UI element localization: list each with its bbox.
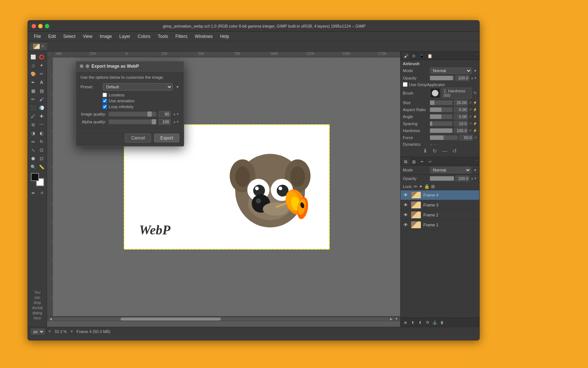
checkboxes-section: Lossless Use animation Loop infinitely: [103, 93, 179, 109]
loop-infinitely-checkbox[interactable]: [103, 105, 107, 109]
image-quality-slider[interactable]: [108, 112, 157, 117]
export-dialog: Export Image as WebP Use the options bel…: [76, 61, 184, 146]
dialog-body: Use the options below to customize the i…: [76, 71, 184, 130]
dialog-min-btn[interactable]: [86, 64, 89, 68]
alpha-quality-row: Alpha quality: 100 ▲▼: [80, 119, 179, 125]
image-quality-row: Image quality: 90 ▲▼: [80, 111, 179, 117]
use-animation-checkbox[interactable]: [103, 99, 107, 103]
dialog-close-btn[interactable]: [80, 64, 83, 68]
preset-dropdown-icon: ▼: [176, 85, 179, 89]
cancel-button[interactable]: Cancel: [125, 134, 151, 142]
use-animation-row: Use animation: [103, 99, 179, 103]
loop-infinitely-row: Loop infinitely: [103, 105, 179, 109]
dialog-titlebar: Export Image as WebP: [76, 61, 184, 71]
lossless-row: Lossless: [103, 93, 179, 97]
use-animation-label: Use animation: [109, 99, 135, 103]
preset-select[interactable]: Default: [103, 83, 173, 91]
alpha-quality-arrows[interactable]: ▲▼: [173, 120, 179, 124]
loop-infinitely-label: Loop infinitely: [109, 105, 133, 109]
lossless-label: Lossless: [109, 93, 125, 97]
alpha-quality-slider[interactable]: [108, 119, 157, 124]
image-quality-arrows[interactable]: ▲▼: [173, 112, 179, 116]
gimp-window: gimp_animation_webp.xcf-1.0 (RGB color 8…: [28, 20, 480, 340]
dialog-description: Use the options below to customize the i…: [80, 75, 179, 79]
image-quality-label: Image quality:: [80, 112, 106, 116]
alpha-quality-label: Alpha quality:: [80, 120, 106, 124]
preset-row: Preset: Default ▼: [80, 83, 179, 91]
lossless-checkbox[interactable]: [103, 93, 107, 97]
dialog-title: Export Image as WebP: [92, 64, 139, 69]
dialog-overlay: Export Image as WebP Use the options bel…: [28, 21, 479, 340]
alpha-quality-value: 100: [159, 119, 171, 125]
image-quality-value: 90: [159, 111, 171, 117]
dialog-buttons: Cancel Export: [76, 130, 184, 146]
export-button[interactable]: Export: [154, 134, 179, 142]
preset-label: Preset:: [80, 85, 101, 89]
